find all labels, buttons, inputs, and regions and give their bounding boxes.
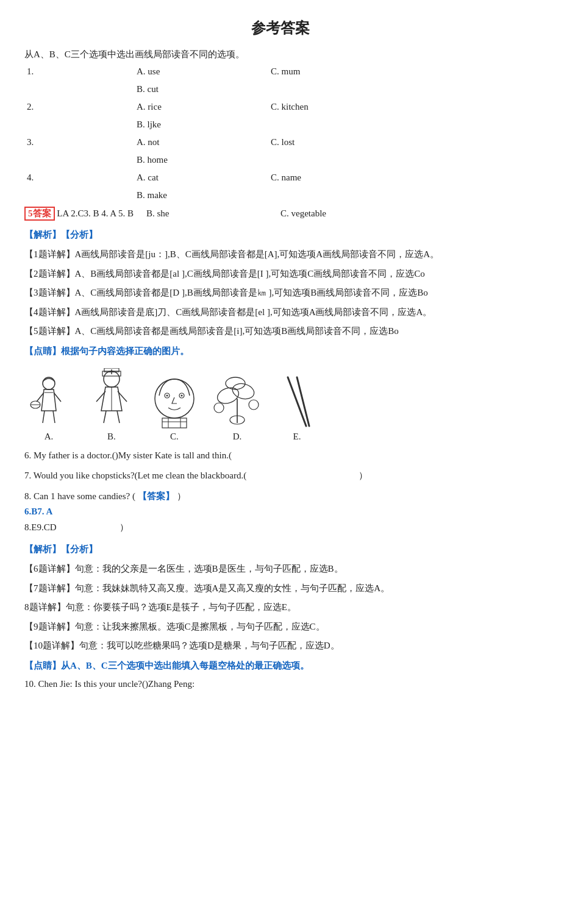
image-item-d: D. xyxy=(210,374,265,442)
image-c-svg xyxy=(150,374,199,429)
question-10: 10. Chen Jie: Is this your uncle?()Zhang… xyxy=(24,677,537,692)
row2-b: B. ljke xyxy=(134,118,268,131)
image-label-a: A. xyxy=(45,432,54,442)
analyses-section-2: 【6题详解】句意：我的父亲是一名医生，选项B是医生，与句子匹配，应选B。 【7题… xyxy=(24,561,537,654)
svg-point-22 xyxy=(249,400,259,410)
analyses-section-1: 【1题详解】A画线局部读音是[ju：],B、C画线局部读音都是[A],可知选项A… xyxy=(24,247,537,339)
row1-a: A. use xyxy=(134,65,268,78)
analysis-3: 【3题详解】A、C画线局部读音都是[D ],B画线局部读音是㎞ ],可知选项B画… xyxy=(24,285,537,301)
answer5-box-text: 答案 xyxy=(33,208,51,218)
row5-label-text: LA 2.C3. B 4. A 5. B xyxy=(57,208,134,218)
analysis-4: 【4题详解】A画线局部读音是底]刀、C画线局部读音都是[el ],可知选项A画线… xyxy=(24,305,537,321)
q6-num: 6. My father is a doctor.()My sister Kat… xyxy=(24,450,232,460)
q8-answer-ext: 8.E9.CD xyxy=(24,522,57,532)
point-label-text-2: 【点睛】从A、B、C三个选项中选出能填入每题空格处的最正确选项。 xyxy=(24,661,309,670)
question-7: 7. Would you like chopsticks?(Let me cle… xyxy=(24,468,537,484)
image-label-e: E. xyxy=(293,432,301,442)
analysis-1: 【1题详解】A画线局部读音是[ju：],B、C画线局部读音都是[A],可知选项A… xyxy=(24,247,537,263)
svg-point-19 xyxy=(231,381,256,400)
analysis2-2: 【7题详解】句意：我妹妹凯特又高又瘦。选项A是又高又瘦的女性，与句子匹配，应选A… xyxy=(24,581,537,597)
question-8: 8. Can 1 have some candies? ( 【答案】 ） 6.B… xyxy=(24,489,537,536)
q8-paren2: ） xyxy=(177,491,186,501)
q8-answer-line: 6.B7. A xyxy=(24,504,537,520)
q8-line1: 8. Can 1 have some candies? ( 【答案】 ） xyxy=(24,489,537,505)
row4-a: A. cat xyxy=(134,171,268,184)
row1-num: 1. xyxy=(24,65,134,78)
point-label-1: 【点睛】根据句子内容选择正确的图片。 xyxy=(24,346,537,357)
point-label-2: 【点睛】从A、B、C三个选项中选出能填入每题空格处的最正确选项。 xyxy=(24,660,537,672)
q8-answer-text: 6.B7. A xyxy=(24,506,52,516)
q7-num: 7. Would you like chopsticks?(Let me cle… xyxy=(24,471,246,480)
image-a-svg xyxy=(24,374,73,429)
answer-row-2-b: B. ljke xyxy=(24,118,537,131)
row3-c: C. lost xyxy=(268,136,402,149)
row3-num: 3. xyxy=(24,136,134,149)
row3-a: A. not xyxy=(134,136,268,149)
analysis-bracket-1: 【解析】【分析】 xyxy=(24,230,98,240)
analysis-2: 【2题详解】A、B画线局部读音都是[al ],C画线局部读音是[I ],可知选项… xyxy=(24,266,537,282)
image-d-svg xyxy=(210,374,265,429)
analysis-header-1: 【解析】【分析】 xyxy=(24,229,537,241)
question-6: 6. My father is a doctor.()My sister Kat… xyxy=(24,448,537,464)
answer-row-1-b: B. cut xyxy=(24,83,537,96)
row1-c: C. mum xyxy=(268,65,402,78)
analysis-bracket-2: 【解析】【分析】 xyxy=(24,544,98,554)
svg-point-21 xyxy=(214,403,224,413)
row5-label: 5答案 LA 2.C3. B 4. A 5. B xyxy=(24,207,146,221)
row3-b: B. home xyxy=(134,154,268,166)
row4-b: B. make xyxy=(134,189,268,202)
answer-row-1: 1. A. use C. mum xyxy=(24,65,537,78)
analysis-5: 【5题详解】A、C画线局部读音都是画线局部读音是[i],可知选项B画线局部读音不… xyxy=(24,324,537,339)
image-label-d: D. xyxy=(233,432,242,442)
image-item-e: E. xyxy=(276,374,318,442)
row5-b: B. she xyxy=(146,208,280,219)
row5-c: C. vegetable xyxy=(280,208,415,219)
answer-row-2: 2. A. rice C. kitchen xyxy=(24,101,537,113)
answer-row-4: 4. A. cat C. name xyxy=(24,171,537,184)
row2-num: 2. xyxy=(24,101,134,113)
images-row: A. B. xyxy=(24,368,537,442)
row4-num: 4. xyxy=(24,171,134,184)
image-item-c: C. xyxy=(150,374,199,442)
q8-paren3: ） xyxy=(120,522,129,532)
analysis2-1: 【6题详解】句意：我的父亲是一名医生，选项B是医生，与句子匹配，应选B。 xyxy=(24,561,537,577)
svg-point-11 xyxy=(166,394,168,396)
answer-grid: 1. A. use C. mum B. cut 2. A. rice C. ki… xyxy=(24,65,537,221)
answer-row-4-b: B. make xyxy=(24,189,537,202)
analysis-header-2: 【解析】【分析】 xyxy=(24,544,537,555)
row1-b: B. cut xyxy=(134,83,268,96)
q7-paren: ） xyxy=(359,471,368,480)
row1-num-space xyxy=(24,88,134,91)
svg-point-0 xyxy=(43,377,55,389)
image-item-a: A. xyxy=(24,374,73,442)
row4-c: C. name xyxy=(268,171,402,184)
row2-c: C. kitchen xyxy=(268,101,402,113)
analysis2-3: 8题详解】句意：你要筷子吗？选项E是筷子，与句子匹配，应选E。 xyxy=(24,600,537,616)
row2-a: A. rice xyxy=(134,101,268,113)
image-e-svg xyxy=(276,374,318,429)
instruction-text: 从A、B、C三个选项中选出画线局部读音不同的选项。 xyxy=(24,49,537,60)
image-item-b: B. xyxy=(84,368,139,442)
answer-row-3-b: B. home xyxy=(24,154,537,166)
point-label-text-1: 【点睛】根据句子内容选择正确的图片。 xyxy=(24,346,189,356)
answer-row-5: 5答案 LA 2.C3. B 4. A 5. B B. she C. veget… xyxy=(24,207,537,221)
answer-row-3: 3. A. not C. lost xyxy=(24,136,537,149)
analysis2-4: 【9题详解】句意：让我来擦黑板。选项C是擦黑板，与句子匹配，应选C。 xyxy=(24,619,537,635)
q8-text: 8. Can 1 have some candies? ( xyxy=(24,491,135,501)
image-b-svg xyxy=(84,368,139,429)
svg-point-8 xyxy=(155,379,194,418)
analysis2-5: 【10题详解】句意：我可以吃些糖果吗？选项D是糖果，与句子匹配，应选D。 xyxy=(24,638,537,654)
image-label-c: C. xyxy=(170,432,179,442)
svg-rect-13 xyxy=(162,418,187,428)
q8-answer-line2: 8.E9.CD ） xyxy=(24,520,537,536)
q8-answer-bracket: 【答案】 xyxy=(138,491,174,501)
svg-point-12 xyxy=(181,394,183,396)
answer5-highlight: 5答案 xyxy=(24,207,55,221)
questions-section: 6. My father is a doctor.()My sister Kat… xyxy=(24,448,537,536)
page-title: 参考答案 xyxy=(24,18,537,38)
image-label-b: B. xyxy=(107,432,116,442)
